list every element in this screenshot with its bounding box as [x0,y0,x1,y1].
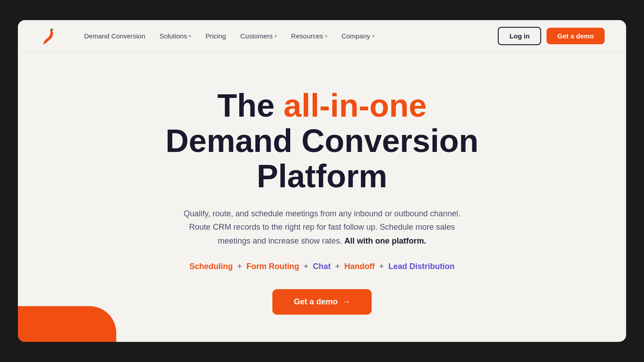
get-demo-hero-button[interactable]: Get a demo → [272,289,372,315]
nav-links: Demand Conversion Solutions ▾ Pricing Cu… [79,29,498,43]
feature-handoff: Handoff [344,262,375,271]
login-button[interactable]: Log in [498,27,541,45]
arrow-icon: → [342,297,350,307]
hero-title: The all-in-one Demand Conversion Platfor… [121,88,523,194]
nav-solutions[interactable]: Solutions ▾ [154,29,197,43]
get-demo-nav-button[interactable]: Get a demo [547,28,605,44]
chevron-down-icon: ▾ [275,34,277,38]
navbar: Demand Conversion Solutions ▾ Pricing Cu… [18,20,626,52]
chevron-down-icon: ▾ [372,34,374,38]
chevron-down-icon: ▾ [325,34,327,38]
browser-window: Demand Conversion Solutions ▾ Pricing Cu… [18,20,626,342]
hero-section: The all-in-one Demand Conversion Platfor… [18,52,626,341]
plus-separator: + [237,262,242,271]
feature-form-routing: Form Routing [246,262,299,271]
features-line: Scheduling + Form Routing + Chat + Hando… [189,262,454,271]
nav-actions: Log in Get a demo [498,27,605,45]
nav-demand-conversion[interactable]: Demand Conversion [79,29,151,43]
logo-icon [39,27,57,45]
hero-subtitle: Qualify, route, and schedule meetings fr… [183,207,460,248]
nav-company[interactable]: Company ▾ [336,29,380,43]
decorative-blob [18,306,116,342]
feature-chat: Chat [313,262,331,271]
nav-customers[interactable]: Customers ▾ [235,29,282,43]
plus-separator: + [304,262,309,271]
nav-pricing[interactable]: Pricing [200,29,231,43]
nav-resources[interactable]: Resources ▾ [286,29,333,43]
chevron-down-icon: ▾ [189,34,191,38]
plus-separator: + [379,262,384,271]
feature-scheduling: Scheduling [189,262,233,271]
plus-separator: + [335,262,340,271]
feature-lead-distribution: Lead Distribution [389,262,455,271]
logo[interactable] [39,27,57,45]
